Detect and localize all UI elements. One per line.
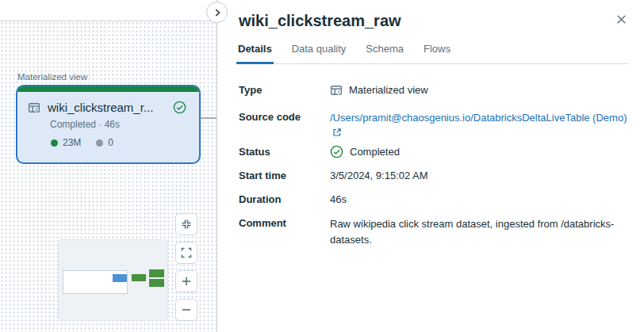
field-label: Duration [239, 193, 330, 206]
field-value: Raw wikipedia click stream dataset, inge… [330, 216, 629, 248]
tab-data-quality[interactable]: Data quality [290, 43, 348, 64]
field-source-code: Source code /Users/pramit@chaosgenius.io… [239, 110, 629, 139]
tab-flows[interactable]: Flows [422, 43, 452, 64]
field-value: 46s [330, 193, 347, 206]
check-circle-icon [330, 145, 343, 158]
fullscreen-button[interactable] [175, 242, 197, 264]
gray-dot-icon [96, 139, 103, 147]
field-label: Source code [239, 110, 330, 124]
external-link-icon [332, 128, 342, 137]
minimap-node [149, 269, 164, 277]
node-edge-connector [201, 117, 217, 119]
source-code-link[interactable]: /Users/pramit@chaosgenius.io/DatabricksD… [330, 112, 627, 124]
written-rows-badge: 23M [51, 137, 81, 148]
tab-bar: Details Data quality Schema Flows [236, 43, 629, 64]
tab-details[interactable]: Details [236, 43, 274, 64]
chevron-right-icon [212, 7, 223, 18]
details-panel: wiki_clickstream_raw Details Data qualit… [217, 0, 644, 332]
field-label: Type [239, 83, 330, 97]
node-status-text: Completed · 46s [50, 119, 199, 130]
close-button[interactable] [615, 12, 629, 26]
minimap-node [132, 274, 146, 281]
field-label: Status [239, 145, 330, 158]
zoom-out-icon [180, 303, 193, 316]
field-comment: Comment Raw wikipedia click stream datas… [239, 216, 629, 248]
node-status-bar [17, 86, 199, 92]
close-icon [615, 13, 629, 26]
fullscreen-icon [180, 246, 193, 259]
materialized-view-icon [28, 101, 40, 114]
field-type: Type Materialized view [239, 83, 629, 97]
field-value: 3/5/2024, 9:15:02 AM [330, 169, 428, 182]
field-start-time: Start time 3/5/2024, 9:15:02 AM [239, 169, 629, 182]
field-status: Status Completed [239, 145, 629, 158]
green-dot-icon [51, 139, 58, 147]
field-label: Start time [239, 169, 330, 182]
dag-canvas[interactable]: Materialized view wiki_clickstream_r... … [0, 0, 217, 332]
status-badge: Completed [350, 145, 400, 158]
zoom-out-button[interactable] [175, 299, 197, 321]
compress-icon [180, 218, 193, 231]
node-type-label: Materialized view [17, 72, 87, 82]
zoom-in-button[interactable] [175, 270, 197, 292]
node-title: wiki_clickstream_r... [48, 101, 166, 114]
tab-schema[interactable]: Schema [364, 43, 405, 64]
dropped-rows-badge: 0 [96, 137, 113, 148]
check-circle-icon [173, 101, 186, 114]
field-label: Comment [239, 216, 330, 230]
field-value: Materialized view [349, 83, 428, 97]
details-fields: Type Materialized view Source code /User… [239, 83, 629, 248]
zoom-in-icon [180, 275, 193, 288]
minimap-node-selected [113, 274, 127, 282]
materialized-view-icon [330, 84, 343, 97]
minimap-node [149, 279, 164, 287]
page-title: wiki_clickstream_raw [239, 10, 608, 31]
field-duration: Duration 46s [239, 193, 629, 206]
collapse-panel-button[interactable] [206, 2, 228, 23]
node-card-wiki-clickstream-raw[interactable]: wiki_clickstream_r... Completed · 46s 23… [16, 85, 201, 164]
fit-to-screen-button[interactable] [175, 213, 197, 235]
minimap[interactable] [58, 239, 168, 321]
canvas-controls [175, 213, 197, 321]
